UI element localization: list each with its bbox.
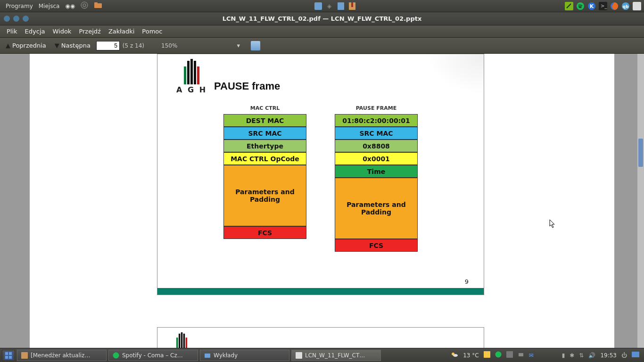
arrow-down-icon: ▼: [55, 42, 59, 49]
scrollbar-thumb[interactable]: [638, 139, 643, 167]
taskbar-label: Wykłady: [214, 352, 238, 359]
window-max-button[interactable]: [23, 16, 29, 22]
prev-label: Poprzednia: [12, 42, 46, 49]
cell-pause-op: 0x0001: [335, 152, 418, 165]
spotify-tray-icon[interactable]: [495, 351, 502, 359]
svg-point-0: [81, 2, 88, 8]
power-icon[interactable]: ⏻: [621, 352, 627, 359]
cell-pause-src: SRC MAC: [335, 127, 418, 140]
pause-frame-table: PAUSE FRAME 01:80:c2:00:00:01 SRC MAC 0x…: [335, 105, 418, 252]
firefox-icon[interactable]: [610, 2, 619, 10]
sys-ubuntu-icon[interactable]: [78, 1, 91, 10]
zoom-dropdown-icon[interactable]: ▾: [180, 42, 248, 49]
bottom-taskbar: [Menedżer aktualiz… Spotify - Coma – Cza…: [0, 348, 644, 362]
menu-help[interactable]: Pomoc: [138, 28, 166, 35]
svg-point-30: [495, 352, 501, 358]
bluetooth-icon[interactable]: ✱: [570, 352, 574, 359]
right-tray: K >_ qb: [565, 2, 641, 10]
svg-text:>_: >_: [601, 3, 607, 9]
mac-ctrl-title: MAC CTRL: [223, 105, 306, 111]
cell-pause-mac: 01:80:c2:00:00:01: [335, 114, 418, 127]
weather-icon[interactable]: [451, 351, 458, 360]
slide-number: 9: [465, 278, 469, 285]
keyboard-icon[interactable]: [632, 352, 639, 359]
clock-label: 19:53: [600, 352, 617, 359]
taskbar-item-folder[interactable]: Wykłady: [200, 350, 289, 361]
page-number-input[interactable]: [96, 41, 120, 50]
cell-pause-params: Parameters and Padding: [335, 178, 418, 239]
edit-tray-icon[interactable]: [506, 351, 513, 359]
taskbar-item-pdf[interactable]: LCN_W_11_FLW_CTR…: [291, 350, 381, 361]
svg-rect-21: [5, 356, 8, 359]
wifi-icon[interactable]: ◈: [325, 2, 334, 10]
folder-small-icon: [204, 352, 211, 359]
cell-src-mac: SRC MAC: [223, 127, 306, 140]
menu-view[interactable]: Widok: [49, 28, 75, 35]
show-desktop-button[interactable]: [2, 350, 15, 361]
slide-title: PAUSE frame: [214, 80, 280, 92]
updater-icon: [21, 352, 28, 359]
qb-icon[interactable]: qb: [621, 2, 630, 10]
terminal-icon[interactable]: >_: [599, 2, 607, 10]
svg-rect-3: [94, 2, 98, 4]
svg-point-24: [113, 352, 119, 358]
svg-rect-31: [506, 351, 513, 358]
svg-rect-7: [351, 2, 353, 7]
menu-bookmarks[interactable]: Zakładki: [105, 28, 138, 35]
sys-folder-icon[interactable]: [91, 1, 105, 10]
logo-text: A G H: [176, 85, 207, 94]
printer-tray-icon[interactable]: [518, 351, 524, 359]
taskbar-item-updater[interactable]: [Menedżer aktualiz…: [17, 350, 107, 361]
kde-icon[interactable]: K: [587, 2, 596, 10]
cell-opcode: MAC CTRL OpCode: [223, 152, 306, 165]
taskbar-item-spotify[interactable]: Spotify - Coma – Cza…: [108, 350, 198, 361]
battery-icon[interactable]: ▮: [562, 352, 565, 359]
taskbar-label: LCN_W_11_FLW_CTR…: [305, 352, 366, 359]
menu-edit[interactable]: Edycja: [21, 28, 49, 35]
spotify-small-icon: [113, 352, 119, 359]
edit-icon[interactable]: [565, 2, 573, 10]
menu-file[interactable]: Plik: [3, 28, 21, 35]
agh-logo-small: [176, 332, 187, 348]
menu-go[interactable]: Przejdź: [75, 28, 104, 35]
svg-rect-23: [21, 352, 28, 359]
note-icon[interactable]: [484, 351, 490, 359]
spotify-icon[interactable]: [576, 2, 585, 10]
window-min-button[interactable]: [13, 16, 19, 22]
volume-icon[interactable]: 🔊: [588, 352, 595, 359]
cell-ethertype: Ethertype: [223, 140, 306, 152]
frame-tables: MAC CTRL DEST MAC SRC MAC Ethertype MAC …: [157, 105, 484, 252]
svg-rect-22: [9, 356, 12, 359]
sys-menu-places[interactable]: Miejsca: [36, 3, 63, 9]
svg-text:qb: qb: [623, 4, 629, 9]
window-close-button[interactable]: [4, 16, 10, 22]
doc-icon[interactable]: [337, 2, 345, 10]
svg-rect-33: [632, 352, 639, 357]
bookmark-icon[interactable]: [348, 2, 356, 10]
sys-menu-programs[interactable]: Programy: [3, 3, 36, 9]
next-label: Następna: [61, 42, 91, 49]
cell-dest-mac: DEST MAC: [223, 114, 306, 127]
next-page-button[interactable]: ▼ Następna: [52, 42, 93, 49]
vertical-scrollbar[interactable]: [637, 54, 644, 348]
svg-rect-20: [9, 352, 12, 355]
cell-pause-type: 0x8808: [335, 140, 418, 152]
presentation-button[interactable]: [250, 41, 261, 51]
app-icon[interactable]: [633, 2, 641, 10]
window-title: LCN_W_11_FLW_CTRL_02.pdf — LCN_W_FLW_CTR…: [0, 15, 644, 22]
cell-pause-time: Time: [335, 165, 418, 178]
network-icon[interactable]: ⇅: [579, 352, 584, 359]
cell-params: Parameters and Padding: [223, 165, 306, 226]
tile-icon[interactable]: [314, 2, 322, 10]
prev-page-button[interactable]: ▲ Poprzednia: [3, 42, 49, 49]
zoom-label[interactable]: 150%: [147, 42, 177, 49]
page-canvas: A G H PAUSE frame MAC CTRL DEST MAC SRC …: [30, 54, 614, 348]
cell-pause-fcs: FCS: [335, 239, 418, 252]
pause-frame-title: PAUSE FRAME: [335, 105, 418, 111]
svg-rect-32: [519, 353, 523, 356]
sys-eyes-icon[interactable]: ◉◉: [62, 3, 78, 9]
page-count-label: (5 z 14): [123, 42, 144, 49]
svg-point-9: [577, 2, 584, 10]
chat-tray-icon[interactable]: ✉: [529, 352, 534, 359]
taskbar-label: Spotify - Coma – Cza…: [122, 352, 183, 359]
